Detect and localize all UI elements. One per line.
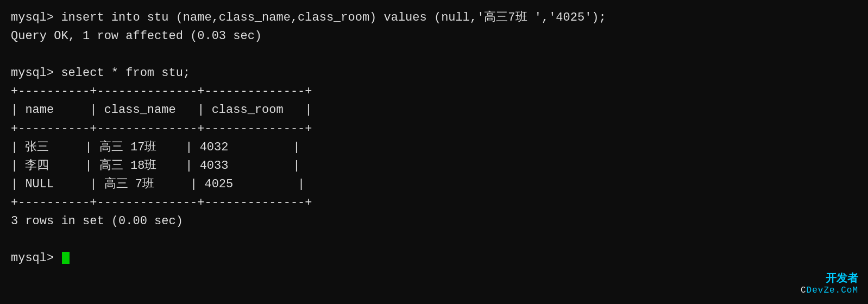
divider-mid-line: +----------+--------------+-------------…	[11, 120, 857, 138]
watermark-domain: CDevZe.CoM	[801, 285, 858, 296]
data-row-3: | NULL | 高三 7班 | 4025 |	[11, 175, 857, 194]
divider-top-line: +----------+--------------+-------------…	[11, 83, 857, 101]
select-cmd-line: mysql> select * from stu;	[11, 64, 857, 83]
divider-bot-line: +----------+--------------+-------------…	[11, 194, 857, 212]
watermark-chinese: 开发者	[801, 271, 858, 285]
blank-line-1	[11, 46, 857, 64]
blank-line-2	[11, 231, 857, 249]
watermark-c-letter: C	[801, 286, 807, 295]
data-row-1: | 张三 | 高三 17班 | 4032 |	[11, 138, 857, 157]
insert-cmd-line: mysql> insert into stu (name,class_name,…	[11, 9, 857, 27]
prompt-line: mysql>	[11, 249, 857, 268]
header-row-line: | name | class_name | class_room |	[11, 101, 857, 119]
data-row-2: | 李四 | 高三 18班 | 4033 |	[11, 157, 857, 175]
watermark: 开发者 CDevZe.CoM	[801, 271, 858, 296]
terminal-window: mysql> insert into stu (name,class_name,…	[0, 0, 868, 304]
query-ok-line: Query OK, 1 row affected (0.03 sec)	[11, 27, 857, 46]
watermark-domain-main: DevZe.CoM	[807, 286, 858, 295]
rows-in-set-line: 3 rows in set (0.00 sec)	[11, 212, 857, 231]
cursor	[62, 252, 70, 264]
